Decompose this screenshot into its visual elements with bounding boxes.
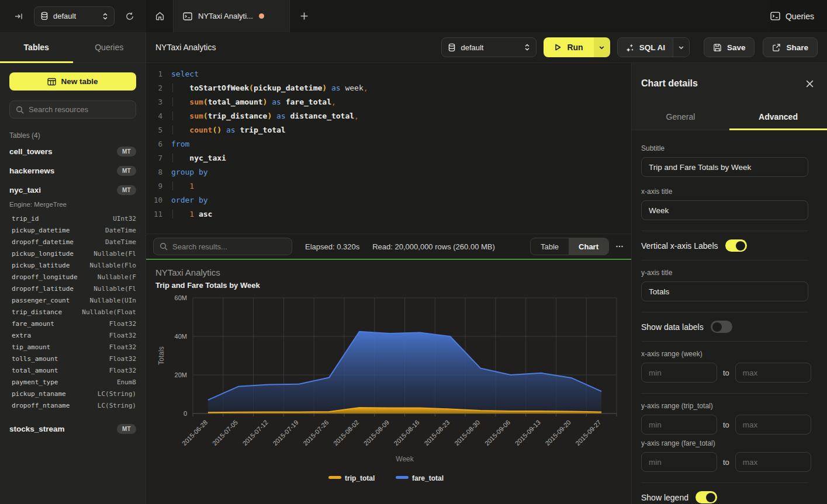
column-row: payment_typeEnum8	[9, 376, 136, 388]
sql-ai-button[interactable]: SQL AI	[617, 37, 690, 57]
sidebar-tabs: Tables Queries	[0, 32, 146, 63]
svg-text:2015-09-06: 2015-09-06	[483, 419, 511, 447]
svg-text:fare_total: fare_total	[412, 474, 444, 482]
line-number: 4	[146, 109, 162, 123]
vertical-xaxis-labels-label: Vertical x-axis Labels	[641, 241, 718, 251]
svg-text:2015-09-13: 2015-09-13	[514, 419, 542, 447]
run-database-selector[interactable]: default	[441, 37, 537, 57]
yaxis-range-trip-label: y-axis range (trip_total)	[641, 402, 808, 410]
view-toggle-table[interactable]: Table	[531, 238, 569, 255]
sidebar-tab-tables[interactable]: Tables	[0, 32, 73, 62]
svg-text:2015-08-09: 2015-08-09	[362, 419, 390, 447]
table-row[interactable]: hackernewsMT	[9, 161, 136, 180]
column-row: dropoff_ntanameLC(String)	[9, 399, 136, 411]
database-selector[interactable]: default	[34, 6, 115, 26]
table-row[interactable]: stocks_streamMT	[9, 419, 136, 439]
series-area-fare_total	[208, 332, 601, 413]
yaxis-range-trip-min-field[interactable]	[641, 415, 717, 435]
home-icon[interactable]	[146, 0, 173, 32]
collapse-sidebar-icon[interactable]	[11, 8, 27, 25]
tab-nytaxi-analytics[interactable]: NYTaxi Analyti...	[173, 0, 290, 32]
new-tab-icon[interactable]	[290, 0, 318, 32]
sidebar-tab-queries[interactable]: Queries	[73, 32, 146, 62]
sql-editor[interactable]: 1select2 toStartOfWeek(pickup_datetime) …	[146, 63, 631, 234]
chart-subtitle: Trip and Fare Totals by Week	[155, 281, 260, 290]
tables-section-title: Tables (4)	[9, 131, 136, 140]
divider	[641, 231, 808, 231]
svg-text:60M: 60M	[175, 294, 187, 301]
table-row[interactable]: nyc_taxiMT	[9, 180, 136, 200]
table-name: hackernews	[9, 166, 54, 175]
yaxis-range-fare-max-field[interactable]	[735, 452, 811, 472]
svg-text:2015-08-02: 2015-08-02	[332, 419, 360, 447]
xaxis-range-max-field[interactable]	[735, 363, 811, 383]
sql-ai-chevron[interactable]	[673, 38, 689, 57]
run-database-value: default	[461, 43, 520, 52]
topbar-right-section: Queries	[770, 0, 827, 32]
view-toggle-chart[interactable]: Chart	[569, 238, 608, 255]
svg-text:2015-08-23: 2015-08-23	[423, 419, 451, 447]
unsaved-dot	[259, 13, 264, 19]
search-icon	[160, 242, 168, 251]
run-button[interactable]: Run	[544, 37, 610, 57]
line-number: 8	[146, 165, 162, 179]
save-button[interactable]: Save	[704, 37, 755, 57]
line-number: 1	[146, 67, 162, 81]
engine-badge: MT	[117, 424, 136, 434]
more-options-icon[interactable]	[615, 242, 624, 251]
engine-detail: Engine: MergeTree	[9, 201, 136, 208]
results-search-input[interactable]	[172, 242, 286, 251]
svg-text:2015-08-16: 2015-08-16	[393, 419, 421, 447]
line-number: 11	[146, 207, 162, 221]
queries-button[interactable]: Queries	[770, 12, 814, 21]
close-icon[interactable]	[805, 79, 814, 88]
engine-badge: MT	[117, 147, 136, 157]
tab-advanced[interactable]: Advanced	[729, 104, 827, 130]
line-number: 3	[146, 95, 162, 109]
sql-ai-label: SQL AI	[639, 43, 665, 52]
sidebar-search-input[interactable]	[29, 105, 132, 114]
play-icon	[554, 43, 562, 51]
table-name: nyc_taxi	[9, 186, 41, 194]
run-options-chevron[interactable]	[594, 37, 610, 57]
svg-text:2015-07-05: 2015-07-05	[211, 419, 239, 447]
engine-badge: MT	[117, 166, 136, 176]
table-row[interactable]: cell_towersMT	[9, 142, 136, 161]
yaxis-title-field[interactable]	[641, 281, 808, 301]
column-row: tolls_amountFloat32	[9, 353, 136, 364]
tab-strip: NYTaxi Analyti...	[146, 0, 770, 32]
yaxis-range-fare-min-field[interactable]	[641, 452, 717, 472]
divider	[641, 260, 808, 260]
code-line: 11 1 asc	[146, 207, 631, 221]
yaxis-range-trip-max-field[interactable]	[735, 415, 811, 435]
svg-text:2015-07-12: 2015-07-12	[241, 419, 269, 447]
search-icon	[16, 106, 24, 114]
legend-item-trip_total[interactable]: trip_total	[328, 474, 375, 482]
xaxis-range-min-field[interactable]	[641, 363, 717, 383]
column-row: extraFloat32	[9, 329, 136, 341]
query-toolbar: NYTaxi Analytics default Run SQL AI Save…	[146, 32, 827, 63]
show-data-labels-toggle[interactable]	[711, 321, 732, 333]
save-label: Save	[727, 43, 746, 52]
share-button[interactable]: Share	[763, 37, 818, 57]
new-table-button[interactable]: New table	[9, 72, 136, 91]
terminal-icon	[183, 12, 192, 20]
subtitle-label: Subtitle	[641, 144, 808, 152]
xaxis-title-field[interactable]	[641, 200, 808, 220]
legend-item-fare_total[interactable]: fare_total	[396, 474, 444, 482]
tab-general[interactable]: General	[632, 104, 729, 130]
refresh-icon[interactable]	[122, 8, 138, 25]
yaxis-range-fare-label: y-axis range (fare_total)	[641, 439, 808, 447]
results-search	[153, 238, 292, 255]
chart-details-title: Chart details	[641, 78, 698, 89]
results-chart-area: NYTaxi AnalyticsTrip and Fare Totals by …	[146, 261, 631, 504]
chart-details-panel: Chart details General Advanced Subtitle …	[631, 63, 827, 504]
subtitle-field[interactable]	[641, 157, 808, 177]
show-legend-toggle[interactable]	[695, 491, 717, 503]
code-line: 10order by	[146, 193, 631, 207]
queries-button-label: Queries	[786, 12, 814, 21]
view-toggle: Table Chart	[530, 238, 609, 255]
vertical-xaxis-labels-toggle[interactable]	[725, 239, 747, 252]
show-legend-label: Show legend	[641, 493, 688, 502]
column-row: trip_idUInt32	[9, 213, 136, 224]
